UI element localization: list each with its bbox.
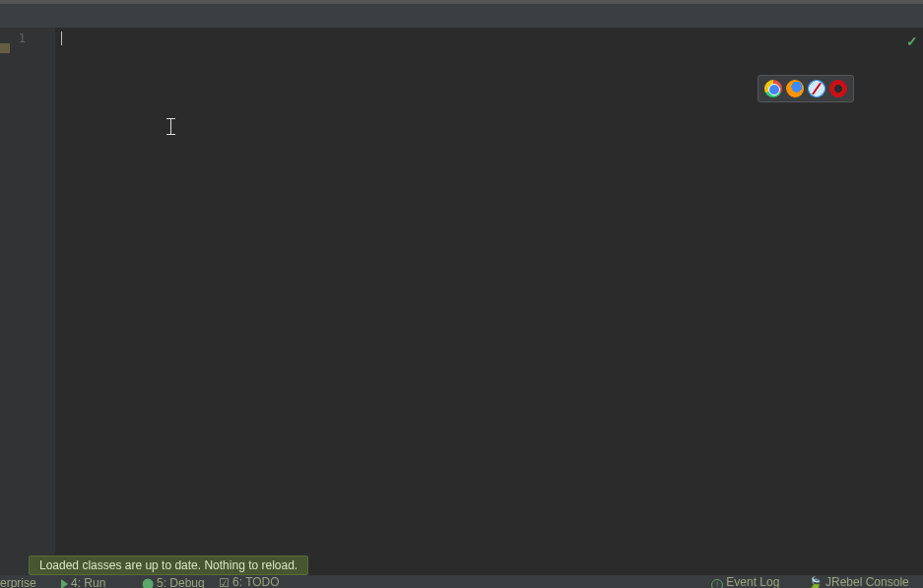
debug-label: 5: Debug — [157, 576, 205, 588]
todo-label: 6: TODO — [232, 575, 280, 588]
tool-window-jrebel[interactable]: 🍃JRebel Console — [808, 575, 909, 588]
tool-window-todo[interactable]: ☑6: TODO — [219, 575, 280, 588]
todo-icon: ☑ — [219, 576, 230, 588]
play-icon — [61, 579, 68, 588]
code-editor[interactable] — [55, 28, 890, 557]
event-log-label: Event Log — [726, 575, 779, 588]
right-inspection-rail[interactable]: ✓ — [889, 28, 923, 575]
tool-window-event-log[interactable]: ! Event Log — [711, 575, 779, 588]
status-bar: erprise 4: Run ⬤5: Debug ☑6: TODO ! Even… — [0, 575, 923, 588]
chrome-icon[interactable] — [764, 80, 782, 98]
jrebel-label: JRebel Console — [825, 575, 909, 588]
opera-icon[interactable] — [829, 80, 847, 98]
tool-window-run[interactable]: 4: Run — [61, 576, 105, 588]
ibeam-cursor-icon — [166, 118, 175, 135]
status-item-truncated[interactable]: erprise — [0, 576, 36, 588]
safari-icon[interactable] — [808, 80, 825, 98]
jrebel-icon: 🍃 — [808, 576, 823, 588]
run-label: 4: Run — [71, 576, 105, 588]
gutter-marker[interactable] — [0, 43, 10, 53]
event-log-icon: ! — [711, 579, 723, 588]
text-caret — [61, 32, 62, 45]
tool-window-debug[interactable]: ⬤5: Debug — [142, 576, 205, 588]
status-tooltip: Loaded classes are up to date. Nothing t… — [29, 555, 308, 575]
browser-preview-panel — [758, 75, 854, 102]
firefox-icon[interactable] — [786, 80, 804, 98]
inspection-ok-icon[interactable]: ✓ — [906, 33, 918, 49]
bug-icon: ⬤ — [142, 577, 154, 588]
editor-gutter[interactable]: 1 — [0, 28, 56, 575]
toolbar-area — [0, 4, 923, 29]
